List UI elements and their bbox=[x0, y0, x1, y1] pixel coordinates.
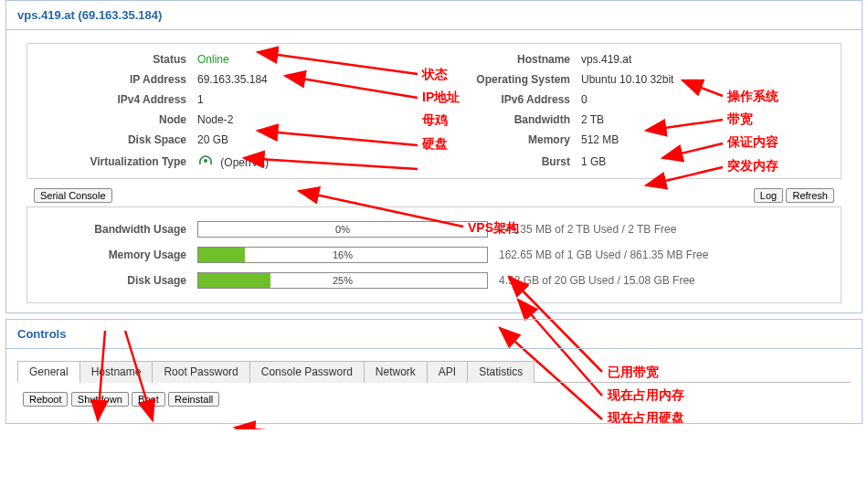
burst-value: 1 GB bbox=[576, 150, 841, 173]
tab-hostname[interactable]: Hostname bbox=[79, 361, 153, 383]
ip-label: IP Address bbox=[27, 69, 192, 90]
reboot-button[interactable]: Reboot bbox=[23, 392, 68, 407]
tab-console-password[interactable]: Console Password bbox=[249, 361, 365, 383]
tab-network[interactable]: Network bbox=[364, 361, 428, 383]
tab-statistics[interactable]: Statistics bbox=[467, 361, 535, 383]
mem-usage-pct: 16% bbox=[198, 248, 487, 262]
info-button-row: Serial Console Log Refresh bbox=[26, 185, 842, 203]
controls-panel-title: Controls bbox=[6, 320, 862, 349]
memory-value: 512 MB bbox=[576, 130, 841, 150]
tab-api[interactable]: API bbox=[427, 361, 468, 383]
disk-usage-text: 4.92 GB of 20 GB Used / 15.08 GB Free bbox=[493, 268, 841, 293]
disk-usage-pct: 25% bbox=[198, 273, 487, 288]
ipv6-label: IPv6 Address bbox=[429, 90, 576, 110]
hostname-value: vps.419.at bbox=[576, 49, 841, 69]
bw-usage-bar: 0% bbox=[197, 221, 488, 238]
mem-usage-label: Memory Usage bbox=[27, 242, 192, 268]
diskspace-value: 20 GB bbox=[192, 130, 429, 150]
boot-button[interactable]: Boot bbox=[132, 392, 165, 407]
bw-usage-pct: 0% bbox=[198, 222, 487, 237]
status-label: Status bbox=[27, 49, 192, 69]
node-value: Node-2 bbox=[192, 110, 429, 130]
ipv6-value: 0 bbox=[576, 90, 841, 110]
memory-label: Memory bbox=[429, 130, 576, 150]
control-buttons-row: Reboot Shutdown Boot Reinstall bbox=[10, 392, 858, 419]
virt-value: (OpenVZ) bbox=[220, 156, 269, 169]
svg-point-0 bbox=[204, 159, 207, 163]
ipv4-label: IPv4 Address bbox=[27, 90, 192, 110]
controls-panel: Controls General Hostname Root Password … bbox=[5, 319, 863, 424]
controls-tabs: General Hostname Root Password Console P… bbox=[17, 360, 851, 383]
usage-box: Bandwidth Usage 0% 741.35 MB of 2 TB Use… bbox=[26, 206, 842, 303]
tab-root-password[interactable]: Root Password bbox=[152, 361, 249, 383]
bandwidth-value: 2 TB bbox=[576, 110, 841, 130]
log-button[interactable]: Log bbox=[754, 188, 783, 203]
tab-general[interactable]: General bbox=[17, 361, 80, 383]
burst-label: Burst bbox=[429, 150, 576, 173]
bandwidth-label: Bandwidth bbox=[429, 110, 576, 130]
refresh-button[interactable]: Refresh bbox=[786, 188, 834, 203]
reinstall-button[interactable]: Reinstall bbox=[168, 392, 219, 407]
os-value: Ubuntu 10.10 32bit bbox=[576, 69, 841, 90]
ipv4-value: 1 bbox=[192, 90, 429, 110]
virt-label: Virtualization Type bbox=[27, 150, 192, 173]
bw-usage-label: Bandwidth Usage bbox=[27, 217, 192, 242]
shutdown-button[interactable]: Shutdown bbox=[71, 392, 129, 407]
vps-info-box: Status Online Hostname vps.419.at IP Add… bbox=[26, 43, 842, 179]
vps-panel: vps.419.at (69.163.35.184) Status Online… bbox=[5, 0, 863, 313]
bw-usage-text: 741.35 MB of 2 TB Used / 2 TB Free bbox=[493, 217, 841, 242]
vps-panel-title: vps.419.at (69.163.35.184) bbox=[6, 1, 862, 30]
disk-usage-label: Disk Usage bbox=[27, 268, 192, 293]
serial-console-button[interactable]: Serial Console bbox=[34, 188, 112, 203]
openvz-icon bbox=[197, 153, 214, 166]
ip-value: 69.163.35.184 bbox=[192, 69, 429, 90]
svg-line-15 bbox=[235, 428, 374, 429]
node-label: Node bbox=[27, 110, 192, 130]
os-label: Operating System bbox=[429, 69, 576, 90]
disk-usage-bar: 25% bbox=[197, 272, 488, 289]
hostname-label: Hostname bbox=[429, 49, 576, 69]
mem-usage-bar: 16% bbox=[197, 247, 488, 263]
status-value: Online bbox=[197, 53, 229, 66]
mem-usage-text: 162.65 MB of 1 GB Used / 861.35 MB Free bbox=[493, 242, 841, 268]
diskspace-label: Disk Space bbox=[27, 130, 192, 150]
